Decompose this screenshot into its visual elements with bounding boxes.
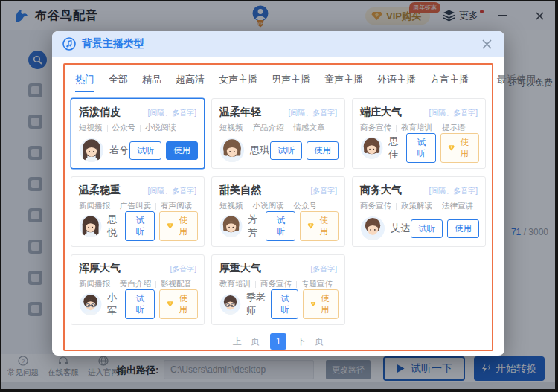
scene-tag: 商务宣传 (360, 123, 391, 133)
card-head: 厚重大气[多音字] (219, 262, 337, 275)
listen-button[interactable]: 试听 (271, 289, 298, 319)
listen-button[interactable]: 试听 (125, 211, 155, 241)
use-button[interactable]: 使用 (447, 219, 479, 238)
anchor-card[interactable]: 活泼俏皮[间隔、多音字]短视频公众号小说阅读若兮试听使用 (71, 98, 205, 169)
prev-page-button[interactable]: 上一页 (233, 335, 260, 348)
voice-style-title: 厚重大气 (219, 262, 261, 275)
anchor-card[interactable]: 厚重大气[多音字]教育培训商务宣传专题宣传季老师试听使用 (211, 254, 345, 325)
card-bottom: 小军试听使用 (79, 289, 198, 319)
card-buttons: 试听使用 (125, 211, 198, 241)
tag-separator (248, 203, 248, 210)
tab-8[interactable]: 方言主播 (430, 73, 469, 92)
modal-header: 背景主播类型 (52, 31, 504, 57)
anchor-name: 艾达 (391, 222, 410, 235)
card-bottom: 思琪试听使用 (219, 138, 339, 163)
anchor-card[interactable]: 温柔稳重[间隔、多音字]新闻播报广告叫卖有声阅读思悦试听使用 (71, 176, 205, 247)
anchor-avatar (219, 292, 241, 317)
anchor-type-modal: 背景主播类型 热门全部精品超高清女声主播男声主播童声主播外语主播方言主播最近使用… (52, 31, 504, 356)
anchor-avatar (79, 213, 102, 239)
card-buttons: 试听使用 (125, 289, 198, 319)
tab-6[interactable]: 童声主播 (324, 73, 363, 92)
card-buttons: 试听使用 (411, 219, 479, 238)
card-buttons: 试听使用 (129, 141, 198, 160)
tab-1[interactable]: 全部 (109, 73, 128, 92)
anchor-card[interactable]: 甜美自然[多音字]短视频小说阅读公众号芳芳试听使用 (211, 176, 345, 247)
feature-tag: [间隔、多音字] (429, 186, 478, 196)
card-head: 温柔稳重[间隔、多音字] (79, 184, 196, 197)
anchor-cards-grid: 活泼俏皮[间隔、多音字]短视频公众号小说阅读若兮试听使用温柔年轻[间隔、多音字]… (71, 98, 486, 325)
tab-9[interactable]: 最近使用 (497, 73, 536, 92)
scene-tag: 专题宣传 (301, 279, 333, 289)
feature-tag: [间隔、多音字] (147, 186, 196, 196)
tag-separator (437, 203, 437, 210)
scene-tag: 商务宣传 (360, 201, 391, 211)
anchor-card[interactable]: 商务大气[间隔、多音字]商务宣传政策解读法律宣讲艾达试听使用 (352, 176, 486, 247)
listen-button[interactable]: 试听 (125, 289, 155, 319)
anchor-card[interactable]: 端庄大气[间隔、多音字]商务宣传教育培训提示语思佳试听使用 (352, 98, 486, 169)
modal-close-button[interactable] (479, 36, 494, 51)
listen-button[interactable]: 试听 (129, 141, 161, 160)
vip-gem-icon (167, 301, 173, 308)
scene-tag: 短视频 (219, 201, 243, 211)
app-window: 布谷鸟配音 VIP VIP购买 周年钜惠 (1, 1, 555, 389)
use-button[interactable]: 使用 (307, 141, 339, 160)
scene-tag: 广告叫卖 (120, 201, 151, 211)
card-bottom: 芳芳试听使用 (219, 211, 339, 241)
scene-tag: 商务宣传 (260, 279, 292, 289)
card-head: 端庄大气[间隔、多音字] (360, 106, 478, 119)
listen-button[interactable]: 试听 (270, 141, 302, 160)
voice-style-title: 甜美自然 (219, 184, 261, 197)
use-button[interactable]: 使用 (166, 141, 198, 160)
use-button[interactable]: 使用 (159, 211, 198, 241)
voice-style-title: 温柔稳重 (79, 184, 121, 197)
use-button[interactable]: 使用 (300, 211, 339, 241)
scene-tags: 商务宣传教育培训提示语 (360, 123, 478, 133)
tab-4[interactable]: 女声主播 (219, 73, 257, 92)
scene-tags: 教育培训商务宣传专题宣传 (219, 279, 337, 289)
card-head: 温柔年轻[间隔、多音字] (219, 106, 337, 119)
tab-7[interactable]: 外语主播 (377, 73, 416, 92)
listen-button[interactable]: 试听 (411, 219, 443, 238)
feature-tag: [间隔、多音字] (288, 108, 337, 118)
card-head: 活泼俏皮[间隔、多音字] (79, 106, 196, 119)
scene-tags: 短视频小说阅读公众号 (219, 201, 337, 211)
scene-tags: 短视频产品介绍情感文章 (219, 123, 337, 133)
anchor-name: 季老师 (246, 291, 271, 318)
tab-3[interactable]: 超高清 (176, 73, 205, 92)
feature-tag: [多音字] (310, 186, 337, 196)
feature-tag: [多音字] (170, 264, 196, 274)
scene-tags: 短视频公众号小说阅读 (79, 123, 196, 133)
scene-tag: 影视配音 (161, 279, 192, 289)
anchor-card[interactable]: 浑厚大气[多音字]新闻播报旁白介绍影视配音小军试听使用 (71, 254, 205, 325)
scene-tag: 有声阅读 (161, 201, 192, 211)
use-button[interactable]: 使用 (159, 289, 198, 319)
card-bottom: 思悦试听使用 (79, 211, 198, 241)
current-page[interactable]: 1 (270, 333, 286, 350)
use-button[interactable]: 使用 (303, 289, 339, 319)
feature-tag: [多音字] (310, 264, 337, 274)
card-bottom: 思佳试听使用 (360, 133, 479, 163)
tag-separator (115, 203, 115, 210)
tab-0[interactable]: 热门 (75, 73, 94, 92)
scene-tag: 短视频 (219, 123, 243, 133)
tab-5[interactable]: 男声主播 (272, 73, 310, 92)
anchor-name: 思琪 (250, 144, 269, 157)
anchor-name: 若兮 (109, 144, 129, 157)
anchor-name: 思悦 (107, 213, 125, 240)
card-bottom: 若兮试听使用 (79, 138, 198, 163)
use-button[interactable]: 使用 (440, 133, 479, 163)
anchor-card[interactable]: 温柔年轻[间隔、多音字]短视频产品介绍情感文章思琪试听使用 (211, 98, 345, 169)
listen-button[interactable]: 试听 (266, 211, 295, 241)
tag-separator (255, 281, 256, 288)
tab-2[interactable]: 精品 (142, 73, 161, 92)
anchor-name: 小军 (107, 291, 125, 318)
voice-style-title: 浑厚大气 (79, 262, 121, 275)
scene-tag: 短视频 (79, 123, 103, 133)
screen: 布谷鸟配音 VIP VIP购买 周年钜惠 (0, 0, 558, 392)
music-note-icon (62, 37, 76, 51)
tag-separator (296, 281, 297, 288)
voice-style-title: 商务大气 (360, 184, 402, 197)
tag-separator (437, 125, 437, 132)
listen-button[interactable]: 试听 (406, 133, 436, 163)
next-page-button[interactable]: 下一页 (297, 335, 324, 348)
